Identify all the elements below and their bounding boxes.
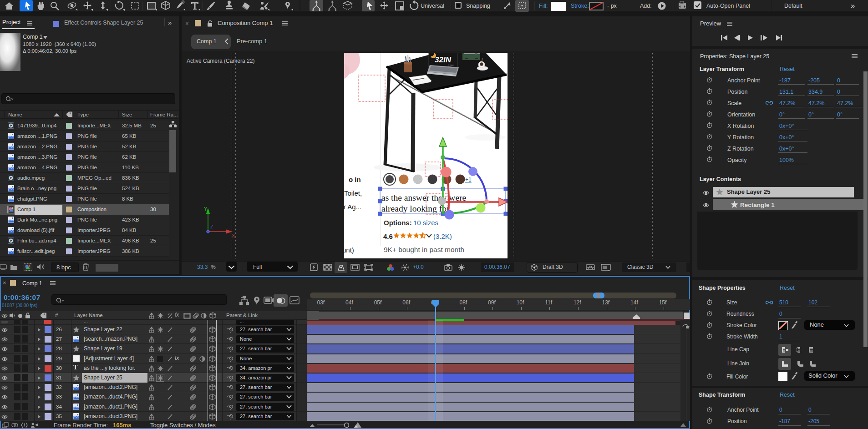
svg-text:o in: o in (349, 176, 361, 183)
svg-text:4.6: 4.6 (383, 232, 393, 240)
svg-text:unt): unt) (344, 246, 354, 254)
svg-text:Options:: Options: (384, 219, 412, 227)
svg-text:Y: Y (204, 206, 208, 212)
svg-text:10 sizes: 10 sizes (413, 219, 438, 227)
svg-text:Z: Z (210, 224, 213, 229)
svg-text:already looking for.: already looking for. (381, 204, 451, 213)
svg-text:9K+ bought in past month: 9K+ bought in past month (384, 246, 464, 253)
svg-text:r Ag...: r Ag... (344, 203, 361, 211)
svg-text:X: X (232, 233, 235, 238)
svg-text:as the answer they were: as the answer they were (381, 193, 466, 202)
svg-text:Toilet,: Toilet, (344, 189, 362, 197)
svg-text:(3.2K): (3.2K) (433, 232, 452, 240)
svg-text:+1: +1 (465, 177, 472, 183)
svg-text:32IN: 32IN (448, 64, 454, 67)
svg-text:32IN: 32IN (435, 56, 452, 64)
